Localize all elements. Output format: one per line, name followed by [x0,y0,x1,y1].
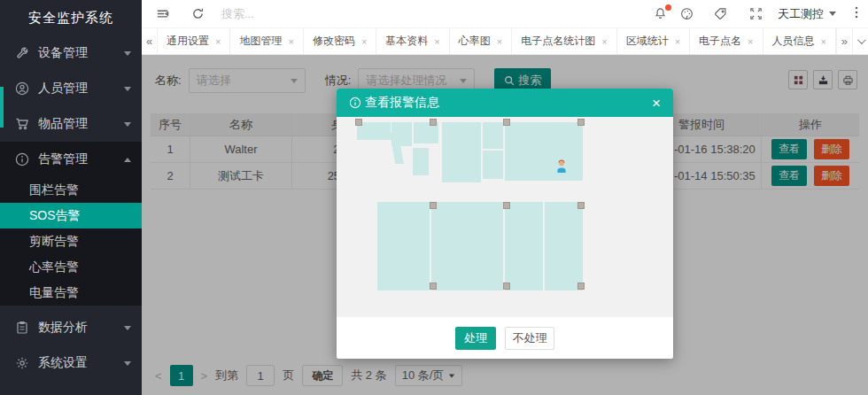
person-marker-icon[interactable] [556,159,567,176]
global-search-input[interactable] [221,7,452,20]
floorplan-room [505,202,543,290]
sidebar-subitem-fence-alarm[interactable]: 围栏告警 [0,177,142,203]
tab-rollcall[interactable]: 电子点名× [690,28,763,54]
floorplan-room [413,148,429,175]
tab-general-settings[interactable]: 通用设置× [158,28,230,54]
cart-icon [15,117,29,131]
fullscreen-icon[interactable] [742,0,769,28]
floorplan-room [391,122,412,146]
close-icon[interactable]: × [821,36,826,47]
sidebar-item-device[interactable]: 设备管理 [0,35,142,71]
chevron-down-icon [124,87,131,91]
tabs-menu-chevron[interactable] [852,28,868,54]
wrench-icon [15,46,29,60]
sidebar-subitem-cut-alarm[interactable]: 剪断告警 [0,228,142,254]
modal-close-icon[interactable]: × [652,96,661,111]
sidebar-item-settings[interactable]: 系统设置 [0,345,142,381]
modal-title: 查看报警信息 [349,95,439,111]
tabs-scroll-right[interactable]: » [836,28,852,54]
modal-footer: 处理 不处理 [337,317,673,359]
chevron-up-icon [124,158,131,162]
gear-icon [15,356,29,370]
tab-change-password[interactable]: 修改密码× [304,28,376,54]
anchor-handle[interactable] [577,283,585,290]
floorplan-room [545,202,583,290]
close-icon[interactable]: × [434,36,439,47]
floorplan [337,117,673,317]
anchor-handle[interactable] [503,119,510,126]
chevron-down-icon [829,12,836,16]
tab-bar: « 通用设置× 地图管理× 修改密码× 基本资料× 心率图× 电子点名统计图× … [142,28,868,55]
info-circle-icon [349,97,361,109]
floorplan-room [483,122,503,149]
sidebar-item-personnel[interactable]: 人员管理 [0,71,142,106]
info-circle-icon [15,152,29,167]
user-menu[interactable]: 天工测控 [769,6,845,22]
no-handle-button[interactable]: 不处理 [505,327,554,350]
sidebar-subitem-sos-alarm[interactable]: SOS告警 [0,203,142,228]
handle-button[interactable]: 处理 [455,327,496,350]
view-alarm-modal: 查看报警信息 × [337,89,673,359]
chevron-down-icon [857,35,866,44]
notification-dot [665,4,671,11]
sidebar-scrollbar[interactable] [0,87,4,128]
close-icon[interactable]: × [601,36,607,47]
chevron-down-icon [124,122,131,127]
anchor-handle[interactable] [577,202,585,209]
close-icon[interactable]: × [361,36,367,47]
sidebar-item-items[interactable]: 物品管理 [0,106,142,142]
chevron-down-icon [124,361,131,366]
sidebar-item-alarm[interactable]: 告警管理 [0,142,142,177]
tag-icon[interactable] [707,0,733,28]
chevron-down-icon [124,326,131,330]
anchor-handle[interactable] [430,202,437,209]
sidebar-group-alarm: 告警管理 围栏告警 SOS告警 剪断告警 心率告警 电量告警 [0,142,142,306]
tab-map-management[interactable]: 地图管理× [230,28,303,54]
close-icon[interactable]: × [215,36,221,47]
main-content: 名称: 请选择 情况: 请选择处理情况 搜索 序号 名称 身份 [142,55,868,395]
topbar: 天工测控 [142,0,868,28]
modal-header: 查看报警信息 × [337,89,673,117]
anchor-handle[interactable] [355,119,362,126]
tab-area-stats[interactable]: 区域统计× [617,28,690,54]
floorplan-room [377,202,430,290]
tab-rollcall-stats[interactable]: 电子点名统计图× [512,28,616,54]
floorplan-room [431,202,503,290]
anchor-handle[interactable] [503,283,510,290]
notifications-bell-icon[interactable] [647,0,673,28]
theme-palette-icon[interactable] [673,0,700,28]
tab-personnel-info[interactable]: 人员信息× [763,28,836,54]
sidebar: 安全监护系统 设备管理 人员管理 物品管理 告警管理 围栏告警 SOS告警 剪 [0,0,142,395]
clipboard-icon [15,321,29,335]
sidebar-item-data-analysis[interactable]: 数据分析 [0,310,142,345]
username: 天工测控 [778,6,824,22]
tab-basic-info[interactable]: 基本资料× [376,28,449,54]
user-icon [15,81,29,96]
tab-heartrate-chart[interactable]: 心率图× [450,28,512,54]
close-icon[interactable]: × [288,36,293,47]
anchor-handle[interactable] [430,283,437,290]
floorplan-room [442,122,481,182]
more-menu-icon[interactable] [845,5,868,23]
floorplan-room [505,122,583,181]
floorplan-room [483,151,503,179]
close-icon[interactable]: × [675,36,680,47]
sidebar-subitem-heartrate-alarm[interactable]: 心率告警 [0,254,142,280]
anchor-handle[interactable] [430,119,437,126]
anchor-handle[interactable] [503,202,510,209]
sidebar-subitem-battery-alarm[interactable]: 电量告警 [0,280,142,306]
refresh-icon[interactable] [184,0,211,28]
tabs-scroll-left[interactable]: « [142,28,158,54]
close-icon[interactable]: × [748,36,753,47]
close-icon[interactable]: × [497,36,502,47]
collapse-sidebar-icon[interactable] [149,0,175,28]
app-title: 安全监护系统 [0,0,142,35]
anchor-handle[interactable] [577,119,585,126]
chevron-down-icon [124,51,131,56]
